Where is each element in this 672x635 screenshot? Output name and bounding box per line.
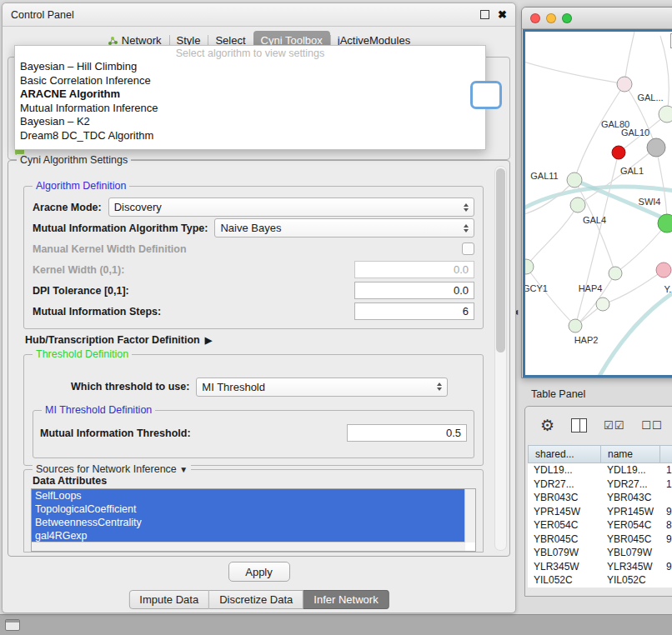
close-icon[interactable]: ✖ — [498, 9, 507, 20]
kernel-width-label: Kernel Width (0,1): — [33, 264, 124, 276]
table-row[interactable]: YIL052CYIL052C — [528, 573, 672, 588]
network-node[interactable] — [612, 146, 625, 159]
edge[interactable] — [656, 148, 667, 223]
deselect-all-icon[interactable]: ☐☐ — [641, 419, 662, 432]
table-row[interactable]: YPR145WYPR145W9. — [528, 505, 672, 519]
table-cell: 12 — [660, 478, 672, 492]
float-window-icon[interactable] — [480, 10, 489, 19]
table-row[interactable]: YDR27...YDR27...12 — [528, 478, 672, 492]
select-all-icon[interactable]: ☑☑ — [604, 419, 624, 432]
zoom-traffic-light[interactable] — [562, 13, 572, 23]
network-view-window: GAL...GAL80GAL10GAL11GAL1SWI4GAL4GCY1HAP… — [521, 7, 672, 378]
which-threshold-value: MI Threshold — [202, 381, 432, 393]
network-node[interactable] — [656, 262, 671, 278]
chevron-right-icon: ▶ — [205, 335, 212, 346]
bottom-tab-impute-data[interactable]: Impute Data — [128, 590, 209, 609]
close-traffic-light[interactable] — [530, 13, 540, 23]
edge[interactable] — [526, 267, 575, 326]
kernel-width-field[interactable]: 0.0 — [354, 261, 474, 278]
edge[interactable] — [574, 84, 624, 180]
algorithm-option[interactable]: Bayesian – K2 — [15, 115, 485, 129]
data-attributes-list[interactable]: SelfLoopsTopologicalCoefficientBetweenne… — [31, 488, 476, 552]
manual-kernel-checkbox[interactable] — [462, 242, 474, 255]
table-header-row: shared...name — [528, 445, 672, 463]
sources-group-title[interactable]: Sources for Network Inference ▼ — [33, 463, 191, 475]
network-node[interactable] — [596, 298, 609, 311]
control-panel-title: Control Panel — [11, 9, 74, 21]
column-header[interactable]: shared... — [528, 445, 601, 463]
network-window-titlebar[interactable] — [522, 8, 672, 29]
edge[interactable] — [624, 32, 635, 84]
mi-type-select[interactable]: Naive Bayes — [214, 218, 474, 238]
algorithm-option[interactable]: Dream8 DC_TDC Algorithm — [15, 129, 485, 143]
table-cell — [660, 491, 672, 505]
network-node[interactable] — [567, 172, 582, 188]
list-horizontal-scrollbar[interactable] — [32, 542, 465, 551]
bottom-tab-infer-network[interactable]: Infer Network — [303, 590, 389, 609]
node-label: GAL11 — [530, 171, 558, 181]
node-label: GAL... — [637, 92, 663, 102]
table-cell: YER054C — [601, 518, 660, 532]
algorithm-option[interactable]: Bayesian – Hill Climbing — [15, 60, 485, 74]
focused-help-button[interactable] — [470, 81, 502, 109]
settings-scrollbar-thumb[interactable] — [496, 168, 505, 352]
gear-icon[interactable]: ⚙ — [540, 418, 554, 433]
table-cell: 9. — [660, 505, 672, 519]
bottom-tab-discretize-data[interactable]: Discretize Data — [209, 590, 303, 609]
which-threshold-select[interactable]: MI Threshold — [196, 378, 448, 397]
column-header[interactable]: name — [601, 445, 660, 463]
algorithm-option[interactable]: Mutual Information Inference — [15, 102, 485, 116]
dropdown-prompt: Select algorithm to view settings — [15, 46, 485, 60]
threshold-definition-title: Threshold Definition — [33, 348, 132, 360]
algorithm-option[interactable]: Basic Correlation Inference — [15, 74, 485, 88]
attribute-item[interactable]: gal4RGexp — [32, 529, 465, 542]
node-table: shared...name YDL19...YDL19...13YDR27...… — [528, 445, 672, 588]
list-vertical-scrollbar[interactable] — [464, 489, 475, 542]
mi-threshold-field[interactable]: 0.5 — [347, 424, 467, 442]
table-row[interactable]: YBR043CYBR043C — [528, 491, 672, 505]
edge[interactable] — [575, 273, 615, 326]
network-node[interactable] — [617, 77, 632, 92]
apply-button[interactable]: Apply — [228, 562, 290, 582]
hub-definition-toggle[interactable]: Hub/Transcription Factor Definition ▶ — [25, 334, 212, 346]
mi-threshold-group: MI Threshold Definition Mutual Informati… — [33, 410, 474, 458]
attribute-item[interactable]: BetweennessCentrality — [32, 516, 465, 529]
table-row[interactable]: YDL19...YDL19...13 — [528, 463, 672, 478]
network-node[interactable] — [569, 319, 582, 332]
attribute-item[interactable]: SelfLoops — [32, 489, 465, 502]
table-cell: YIL052C — [528, 573, 601, 588]
edge[interactable] — [525, 61, 624, 84]
column-selector-icon[interactable] — [571, 418, 587, 432]
aracne-mode-value: Discovery — [114, 201, 459, 213]
dpi-tolerance-field[interactable]: 0.0 — [354, 282, 474, 299]
minimized-panel-icon[interactable] — [5, 619, 20, 631]
table-cell: YDL19... — [528, 463, 601, 478]
algorithm-option[interactable]: ARACNE Algorithm — [15, 88, 485, 102]
hub-definition-label: Hub/Transcription Factor Definition — [25, 334, 200, 346]
network-node[interactable] — [659, 106, 672, 122]
network-node[interactable] — [609, 267, 622, 280]
highlighted-edge[interactable] — [592, 282, 672, 378]
network-node[interactable] — [647, 138, 665, 157]
table-cell: YDL19... — [601, 463, 660, 478]
table-row[interactable]: YLR345WYLR345W9. — [528, 560, 672, 574]
attribute-item[interactable]: TopologicalCoefficient — [32, 502, 465, 516]
table-row[interactable]: YBR045CYBR045C9. — [528, 532, 672, 547]
network-node[interactable] — [525, 259, 534, 274]
settings-scrollbar[interactable] — [494, 166, 507, 551]
aracne-mode-select[interactable]: Discovery — [108, 198, 474, 217]
dpi-tolerance-row: DPI Tolerance [0,1]: 0.0 — [33, 280, 474, 301]
minimize-traffic-light[interactable] — [546, 13, 556, 23]
table-row[interactable]: YBL079WYBL079W — [528, 546, 672, 560]
column-header[interactable] — [660, 445, 672, 463]
mi-steps-field[interactable]: 6 — [354, 302, 474, 320]
mi-threshold-group-title: MI Threshold Definition — [42, 404, 155, 416]
table-row[interactable]: YER054CYER054C8. — [528, 518, 672, 532]
edge[interactable] — [526, 205, 578, 267]
network-graph[interactable]: GAL...GAL80GAL10GAL11GAL1SWI4GAL4GCY1HAP… — [525, 32, 672, 378]
table-panel-title: Table Panel — [531, 388, 585, 400]
network-canvas[interactable]: GAL...GAL80GAL10GAL11GAL1SWI4GAL4GCY1HAP… — [523, 29, 672, 378]
cyni-settings-group: Cyni Algorithm Settings Algorithm Defini… — [8, 160, 510, 557]
network-node[interactable] — [570, 198, 585, 212]
network-node[interactable] — [658, 214, 672, 232]
